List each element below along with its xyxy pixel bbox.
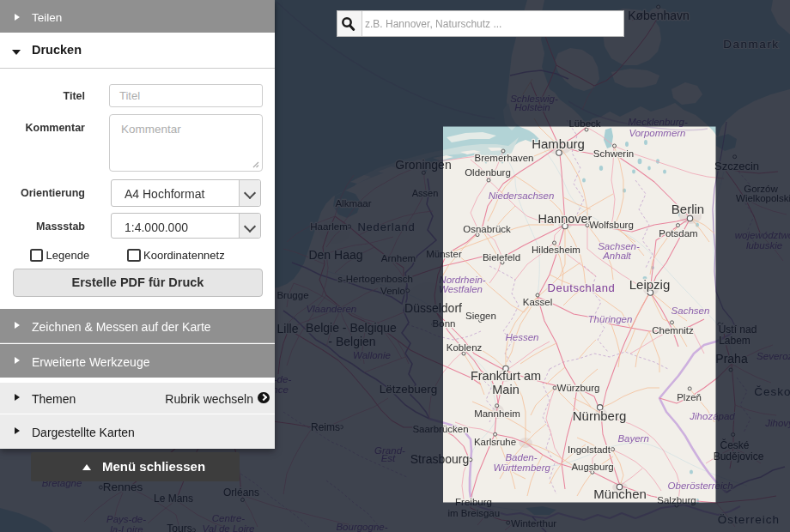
svg-text:Sachsen-: Sachsen- bbox=[598, 241, 640, 251]
svg-text:Deutschland: Deutschland bbox=[548, 281, 616, 294]
svg-text:Wolfsburg: Wolfsburg bbox=[589, 220, 634, 230]
svg-text:München: München bbox=[593, 487, 647, 501]
svg-text:Baden-: Baden- bbox=[505, 452, 537, 462]
svg-text:Württemberg: Württemberg bbox=[493, 462, 550, 473]
svg-text:Osnabrück: Osnabrück bbox=[463, 224, 511, 234]
svg-text:Karlsruhe: Karlsruhe bbox=[474, 437, 516, 447]
svg-text:Plzeň: Plzeň bbox=[677, 392, 702, 402]
svg-text:Frankfurt am: Frankfurt am bbox=[471, 369, 541, 383]
svg-text:Niedersachsen: Niedersachsen bbox=[489, 190, 555, 201]
svg-text:Berlin: Berlin bbox=[672, 202, 704, 216]
svg-text:Hildesheim: Hildesheim bbox=[532, 245, 580, 255]
svg-text:Thüringen: Thüringen bbox=[588, 314, 633, 324]
svg-text:Augsburg: Augsburg bbox=[571, 462, 613, 472]
svg-text:Chemnitz: Chemnitz bbox=[652, 325, 694, 336]
svg-text:Hannover: Hannover bbox=[538, 212, 592, 226]
svg-text:Hessen: Hessen bbox=[506, 332, 539, 342]
svg-text:Ingolstadt: Ingolstadt bbox=[568, 444, 611, 455]
svg-text:Sachsen: Sachsen bbox=[672, 305, 710, 316]
svg-text:Bielefeld: Bielefeld bbox=[483, 252, 520, 263]
svg-text:Leipzig: Leipzig bbox=[629, 277, 671, 292]
svg-text:Kassel: Kassel bbox=[523, 297, 553, 307]
svg-text:Schwerin: Schwerin bbox=[593, 148, 634, 159]
svg-text:Bayern: Bayern bbox=[617, 433, 648, 444]
svg-text:Hamburg: Hamburg bbox=[532, 136, 585, 151]
svg-text:Koblenz: Koblenz bbox=[447, 342, 483, 353]
svg-text:Main: Main bbox=[492, 383, 519, 396]
svg-text:Vorpommern: Vorpommern bbox=[629, 128, 685, 138]
svg-text:Siegen: Siegen bbox=[465, 311, 496, 321]
svg-text:Würzburg: Würzburg bbox=[557, 383, 600, 393]
svg-text:Anhalt: Anhalt bbox=[602, 251, 631, 261]
svg-text:Potsdam: Potsdam bbox=[659, 228, 697, 239]
svg-text:Nürnberg: Nürnberg bbox=[573, 408, 627, 423]
svg-text:Westfalen: Westfalen bbox=[439, 284, 483, 294]
svg-text:Oldenburg: Oldenburg bbox=[465, 167, 511, 178]
svg-text:Bremerhaven: Bremerhaven bbox=[474, 153, 533, 163]
svg-text:Mannheim: Mannheim bbox=[474, 408, 520, 419]
